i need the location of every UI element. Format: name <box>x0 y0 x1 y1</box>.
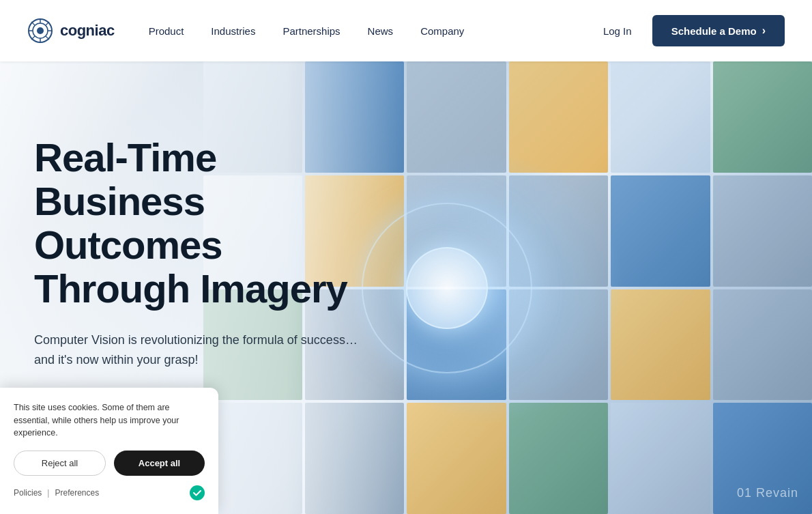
grid-cell <box>611 175 710 287</box>
schedule-demo-button[interactable]: Schedule a Demo › <box>652 15 785 46</box>
nav-item-news[interactable]: News <box>368 25 394 37</box>
preferences-link[interactable]: Preferences <box>55 488 99 498</box>
cogniac-logo-icon <box>27 18 53 44</box>
brand-name: cogniac <box>60 22 115 40</box>
login-link[interactable]: Log In <box>603 25 632 37</box>
hero-subtitle: Computer Vision is revolutionizing the f… <box>34 330 362 370</box>
grid-cell <box>509 403 608 514</box>
nav-item-industries[interactable]: Industries <box>211 25 255 37</box>
policies-link[interactable]: Policies <box>14 488 42 498</box>
nav-item-product[interactable]: Product <box>149 25 184 37</box>
grid-cell <box>611 289 710 401</box>
hero-title: Real-Time Business Outcomes Through Imag… <box>34 136 375 310</box>
cookie-banner: This site uses cookies. Some of them are… <box>0 388 218 514</box>
cookie-buttons: Reject all Accept all <box>14 451 205 476</box>
grid-cell <box>611 61 710 173</box>
nav-links: Product Industries Partnerships News Com… <box>149 25 603 37</box>
schedule-demo-label: Schedule a Demo <box>671 25 757 37</box>
navbar: cogniac Product Industries Partnerships … <box>0 0 812 61</box>
grid-cell <box>713 61 812 173</box>
svg-point-2 <box>37 27 44 34</box>
watermark: 01 Revain <box>737 486 798 500</box>
nav-right: Log In Schedule a Demo › <box>603 15 785 46</box>
cookie-brand-icon <box>190 485 205 500</box>
accept-cookies-button[interactable]: Accept all <box>114 451 205 476</box>
cookie-footer: Policies | Preferences <box>14 485 205 500</box>
glow-circle-inner <box>406 247 488 329</box>
grid-cell <box>611 403 710 514</box>
nav-item-company[interactable]: Company <box>420 25 464 37</box>
link-separator: | <box>47 488 49 498</box>
cookie-message: This site uses cookies. Some of them are… <box>14 401 205 440</box>
grid-cell <box>713 175 812 287</box>
grid-cell <box>713 289 812 401</box>
nav-item-partnerships[interactable]: Partnerships <box>282 25 340 37</box>
cookie-links: Policies | Preferences <box>14 488 99 498</box>
logo-area[interactable]: cogniac <box>27 18 115 44</box>
reject-cookies-button[interactable]: Reject all <box>14 451 106 476</box>
chevron-right-icon: › <box>762 25 766 37</box>
